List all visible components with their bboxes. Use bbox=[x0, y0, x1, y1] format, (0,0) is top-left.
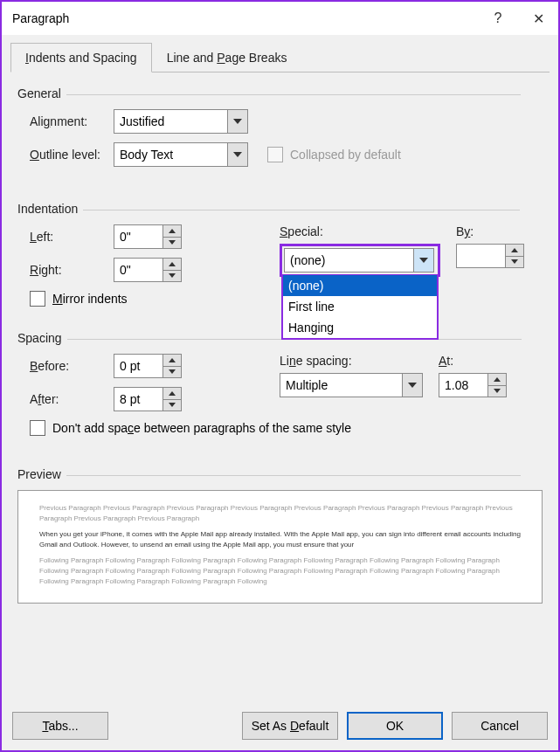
line-spacing-label: Line spacing: bbox=[280, 354, 423, 368]
line-spacing-value[interactable] bbox=[280, 373, 402, 397]
help-button[interactable]: ? bbox=[478, 2, 518, 35]
section-spacing: Spacing bbox=[17, 331, 543, 345]
indent-right-label: Right: bbox=[17, 263, 114, 277]
at-label: At: bbox=[439, 354, 507, 368]
no-space-label: Don't add space between paragraphs of th… bbox=[52, 421, 351, 435]
collapsed-label: Collapsed by default bbox=[290, 148, 401, 162]
before-up[interactable] bbox=[163, 355, 181, 367]
ok-button[interactable]: OK bbox=[347, 712, 443, 740]
indent-left-up[interactable] bbox=[163, 225, 181, 238]
before-spinner[interactable] bbox=[114, 354, 182, 378]
after-up[interactable] bbox=[163, 388, 181, 400]
tabs-button[interactable]: Tabs... bbox=[12, 712, 108, 740]
preview-box: Previous Paragraph Previous Paragraph Pr… bbox=[17, 490, 543, 604]
by-spinner[interactable] bbox=[456, 244, 524, 268]
indent-left-label: Left: bbox=[17, 230, 114, 244]
alignment-value[interactable] bbox=[114, 109, 227, 134]
indent-left-down[interactable] bbox=[163, 238, 181, 249]
dialog-footer: Tabs... Set As Default OK Cancel bbox=[2, 701, 558, 750]
special-wrapper: (none) First line Hanging bbox=[280, 244, 440, 277]
tab-indents-spacing[interactable]: Indents and Spacing bbox=[10, 43, 152, 72]
special-dropdown-list: (none) First line Hanging bbox=[281, 275, 439, 340]
collapsed-checkbox bbox=[267, 147, 283, 162]
tab-strip: Indents and Spacing Line and Page Breaks bbox=[10, 42, 550, 72]
outline-dropdown-button[interactable] bbox=[227, 142, 248, 167]
outline-label: Outline level: bbox=[17, 148, 114, 162]
special-option-firstline[interactable]: First line bbox=[283, 296, 437, 317]
special-dropdown-button[interactable] bbox=[413, 248, 434, 273]
no-space-checkbox[interactable] bbox=[30, 420, 45, 436]
line-spacing-combo[interactable] bbox=[280, 373, 423, 397]
outline-value[interactable] bbox=[114, 142, 227, 167]
preview-main: When you get your iPhone, it comes with … bbox=[39, 529, 521, 550]
after-down[interactable] bbox=[163, 400, 181, 411]
before-value[interactable] bbox=[114, 354, 162, 378]
by-down[interactable] bbox=[506, 257, 523, 268]
section-general: General bbox=[17, 86, 543, 100]
after-label: After: bbox=[17, 392, 114, 406]
indent-left-value[interactable] bbox=[114, 224, 162, 249]
special-option-hanging[interactable]: Hanging bbox=[283, 317, 437, 338]
alignment-combo[interactable] bbox=[114, 109, 248, 134]
special-value[interactable] bbox=[284, 248, 413, 273]
set-default-button[interactable]: Set As Default bbox=[242, 712, 338, 740]
close-button[interactable]: ✕ bbox=[518, 2, 558, 35]
before-down[interactable] bbox=[163, 367, 181, 378]
tab-pane: General Alignment: Outline level: Collap… bbox=[10, 76, 550, 701]
after-spinner[interactable] bbox=[114, 387, 182, 411]
indent-right-spinner[interactable] bbox=[114, 258, 182, 282]
preview-following: Following Paragraph Following Paragraph … bbox=[39, 555, 521, 587]
preview-previous: Previous Paragraph Previous Paragraph Pr… bbox=[39, 503, 521, 524]
mirror-indents-checkbox[interactable] bbox=[30, 291, 45, 307]
line-spacing-dropdown-button[interactable] bbox=[402, 373, 423, 397]
special-option-none[interactable]: (none) bbox=[283, 275, 437, 296]
alignment-dropdown-button[interactable] bbox=[227, 109, 248, 134]
tab-line-page-breaks[interactable]: Line and Page Breaks bbox=[152, 43, 302, 72]
outline-combo[interactable] bbox=[114, 142, 248, 167]
paragraph-dialog: Paragraph ? ✕ Indents and Spacing Line a… bbox=[0, 0, 560, 752]
indent-right-down[interactable] bbox=[163, 271, 181, 282]
by-value[interactable] bbox=[456, 244, 505, 268]
titlebar: Paragraph ? ✕ bbox=[2, 2, 558, 35]
alignment-label: Alignment: bbox=[17, 114, 114, 128]
dialog-body: Indents and Spacing Line and Page Breaks… bbox=[2, 35, 558, 701]
at-up[interactable] bbox=[488, 374, 506, 386]
section-preview: Preview bbox=[17, 467, 543, 481]
special-label: Special: bbox=[280, 224, 440, 238]
by-label: By: bbox=[456, 224, 524, 238]
after-value[interactable] bbox=[114, 387, 162, 411]
at-spinner[interactable] bbox=[439, 373, 507, 397]
indent-left-spinner[interactable] bbox=[114, 224, 182, 249]
cancel-button[interactable]: Cancel bbox=[452, 712, 548, 740]
at-down[interactable] bbox=[488, 386, 506, 397]
by-up[interactable] bbox=[506, 245, 523, 257]
indent-right-up[interactable] bbox=[163, 259, 181, 271]
before-label: Before: bbox=[17, 359, 114, 373]
indent-right-value[interactable] bbox=[114, 258, 162, 282]
special-combo[interactable] bbox=[284, 248, 436, 273]
mirror-indents-label: Mirror indents bbox=[52, 292, 128, 306]
window-title: Paragraph bbox=[12, 11, 478, 25]
section-indentation: Indentation bbox=[17, 202, 543, 216]
at-value[interactable] bbox=[439, 373, 487, 397]
